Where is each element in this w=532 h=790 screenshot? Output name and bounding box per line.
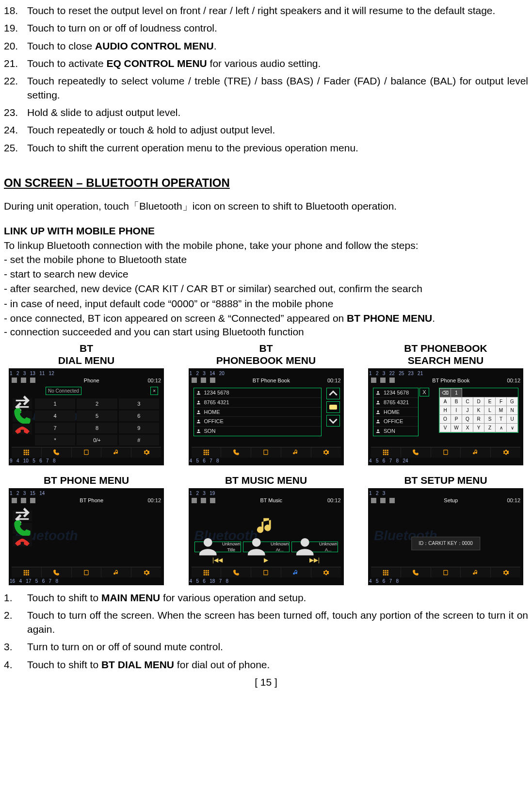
search-key[interactable]: M xyxy=(496,406,507,414)
music-control[interactable]: ▶ xyxy=(243,555,290,565)
bottom-bar-item[interactable] xyxy=(131,447,161,458)
bottom-bar-item[interactable] xyxy=(491,567,520,577)
bottom-bar-item[interactable] xyxy=(461,447,491,458)
keypad-key[interactable]: 2 xyxy=(77,398,117,409)
search-key[interactable]: H xyxy=(440,406,451,414)
bottom-bar-item[interactable] xyxy=(42,567,72,577)
bottom-bar-item[interactable] xyxy=(281,447,311,458)
keyboard-icon[interactable] xyxy=(326,401,340,413)
keypad-key[interactable]: 7 xyxy=(35,423,75,433)
phonebook-entry[interactable]: 8765 4321 xyxy=(194,398,321,408)
search-key[interactable]: U xyxy=(507,414,518,423)
phonebook-entry[interactable]: OFFICE xyxy=(194,417,321,427)
bottom-bar-item[interactable] xyxy=(311,447,341,458)
keypad-key[interactable]: 0/+ xyxy=(77,435,117,445)
bottom-bar-item[interactable] xyxy=(371,567,401,577)
bottom-bar-item[interactable] xyxy=(12,447,42,458)
hangup-icon[interactable] xyxy=(13,424,32,434)
hangup-icon[interactable] xyxy=(13,536,32,546)
search-key[interactable]: P xyxy=(451,414,462,423)
svg-rect-3 xyxy=(24,452,25,453)
svg-rect-43 xyxy=(206,574,207,576)
keypad-key[interactable]: 9 xyxy=(119,423,159,433)
keypad-key[interactable]: 1 xyxy=(35,398,75,409)
screen-title: BT Phone Book xyxy=(399,377,503,384)
bottom-bar-item[interactable] xyxy=(461,567,491,577)
screen-title: BT Phone xyxy=(39,497,144,504)
list-item: 23.Hold & slide to adjust output level. xyxy=(4,106,528,119)
bottom-bar-item[interactable] xyxy=(431,447,461,458)
search-key[interactable]: T xyxy=(496,414,507,423)
search-key[interactable]: C xyxy=(462,397,473,406)
search-side-key[interactable]: ⌫ xyxy=(440,388,451,397)
phonebook-entry[interactable]: 1234 5678 xyxy=(194,388,321,398)
bottom-bar-item[interactable] xyxy=(491,447,520,458)
bottom-bar-item[interactable] xyxy=(101,447,131,458)
keypad-key[interactable]: # xyxy=(119,435,159,445)
bottom-bar-item[interactable] xyxy=(72,567,102,577)
search-key[interactable]: Y xyxy=(473,423,484,432)
search-key[interactable]: F xyxy=(496,397,507,406)
keypad-key[interactable]: 4 xyxy=(35,411,75,421)
search-key[interactable]: Z xyxy=(484,423,496,432)
music-control[interactable]: ▶▶| xyxy=(291,555,338,565)
search-key[interactable]: S xyxy=(484,414,496,423)
phonebook-entry[interactable]: HOME xyxy=(194,408,321,417)
search-key[interactable]: R xyxy=(473,414,484,423)
phonebook-entry[interactable]: SON xyxy=(194,427,321,436)
bottom-bar-item[interactable] xyxy=(101,567,131,577)
bottom-bar-item[interactable] xyxy=(401,447,431,458)
search-side-key[interactable]: 1 xyxy=(451,388,462,397)
bottom-bar-item[interactable] xyxy=(42,447,72,458)
menu-row-1: BTDIAL MENU 1 2 3 13 11 12Phone00:12Blue… xyxy=(4,342,528,465)
search-key[interactable]: E xyxy=(484,397,496,406)
power-icon xyxy=(21,378,26,383)
keypad-key[interactable]: 3 xyxy=(119,398,159,409)
music-control[interactable]: |◀◀ xyxy=(194,555,241,565)
bottom-bar-item[interactable] xyxy=(12,567,42,577)
search-key[interactable]: A xyxy=(440,397,451,406)
bottom-bar-item[interactable] xyxy=(401,567,431,577)
search-key[interactable]: J xyxy=(462,406,473,414)
keypad-key[interactable]: 8 xyxy=(77,423,117,433)
phonebook-entry[interactable]: SON xyxy=(373,427,418,436)
phonebook-entry[interactable]: HOME xyxy=(373,408,418,417)
search-key[interactable]: B xyxy=(451,397,462,406)
keypad-key[interactable]: 5 xyxy=(77,411,117,421)
bottom-bar-item[interactable] xyxy=(431,567,461,577)
phonebook-entry[interactable]: 8765 4321 xyxy=(373,398,418,408)
phonebook-entry[interactable]: OFFICE xyxy=(373,417,418,427)
bottom-bar-item[interactable] xyxy=(221,447,251,458)
bottom-bar-item[interactable] xyxy=(281,567,311,577)
close-icon[interactable]: × xyxy=(150,387,158,395)
bottom-bar-item[interactable] xyxy=(371,447,401,458)
search-key[interactable]: ∨ xyxy=(507,423,518,432)
search-key[interactable]: K xyxy=(473,406,484,414)
bottom-bar-item[interactable] xyxy=(72,447,102,458)
scroll-down-icon[interactable] xyxy=(326,415,340,427)
keypad-key[interactable]: 6 xyxy=(119,411,159,421)
scroll-up-icon[interactable] xyxy=(326,388,340,399)
search-key[interactable]: Q xyxy=(462,414,473,423)
search-key[interactable]: W xyxy=(451,423,462,432)
search-key[interactable]: L xyxy=(484,406,496,414)
search-key[interactable]: G xyxy=(507,397,518,406)
bottom-bar-item[interactable] xyxy=(221,567,251,577)
bottom-bar-item[interactable] xyxy=(311,567,341,577)
phonebook-entry[interactable]: 1234 5678 xyxy=(373,388,418,398)
search-key[interactable]: I xyxy=(451,406,462,414)
search-key[interactable]: ∧ xyxy=(496,423,507,432)
search-clear[interactable]: X xyxy=(419,388,429,396)
bottom-bar-item[interactable] xyxy=(251,567,281,577)
svg-rect-46 xyxy=(385,570,387,571)
bottom-bar-item[interactable] xyxy=(251,447,281,458)
search-key[interactable]: X xyxy=(462,423,473,432)
bottom-bar-item[interactable] xyxy=(192,567,222,577)
search-key[interactable]: N xyxy=(507,406,518,414)
bottom-bar-item[interactable] xyxy=(131,567,161,577)
search-key[interactable]: D xyxy=(473,397,484,406)
search-key[interactable]: V xyxy=(440,423,451,432)
keypad-key[interactable]: * xyxy=(35,435,75,445)
search-key[interactable]: O xyxy=(440,414,451,423)
bottom-bar-item[interactable] xyxy=(192,447,222,458)
